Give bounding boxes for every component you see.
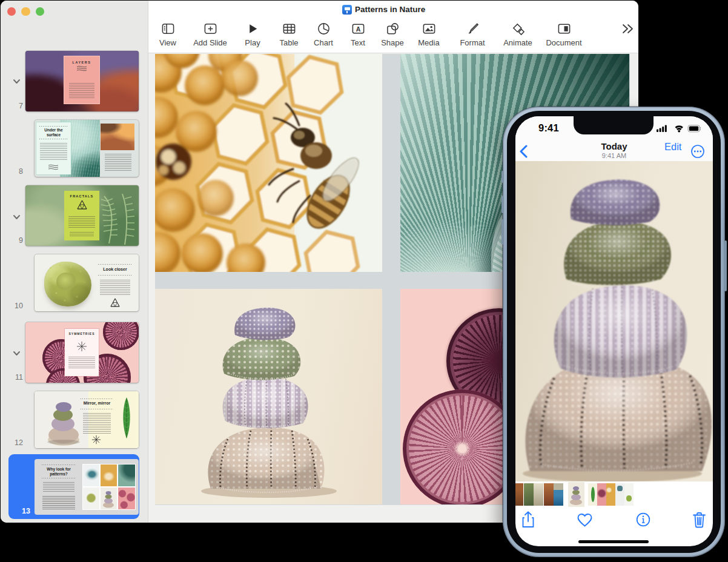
svg-text:A: A: [356, 25, 360, 33]
